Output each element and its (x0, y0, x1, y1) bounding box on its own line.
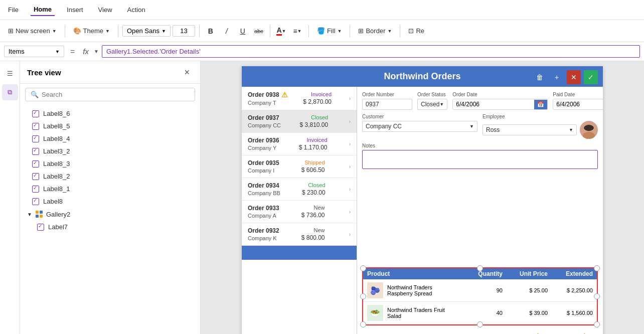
svg-rect-2 (36, 215, 39, 218)
list-item-0933[interactable]: Order 0933 Company A New $ 736.00 › (242, 201, 357, 223)
new-screen-icon: ⊞ (8, 27, 14, 35)
list-order-0937: Order 0937 (248, 114, 281, 121)
resize-handle-tr[interactable] (594, 265, 600, 271)
resize-handle-tl[interactable] (360, 265, 366, 271)
list-status-0936: Invoiced (307, 137, 328, 143)
tree-item-label8-4[interactable]: Label8_4 (20, 132, 200, 145)
resize-handle-lm[interactable] (360, 293, 366, 299)
list-status-0935: Shipped (304, 159, 325, 165)
resize-handle-rm[interactable] (594, 293, 600, 299)
hamburger-menu-button[interactable]: ☰ (2, 65, 18, 81)
border-button[interactable]: ⊞ Border ▼ (354, 25, 396, 37)
customer-select[interactable]: Company CC ▼ (362, 121, 477, 132)
list-order-0936: Order 0936 (248, 137, 279, 144)
reorder-button[interactable]: ⊡ Re (404, 25, 428, 37)
separator-2 (118, 25, 118, 37)
resize-handle-bl[interactable] (360, 321, 366, 327)
list-chevron-0935: › (349, 164, 351, 170)
items-label: Items (9, 48, 25, 55)
col-unit-price-header: Unit Price (503, 270, 548, 277)
tree-item-label8-6[interactable]: Label8_6 (20, 107, 200, 120)
list-item-0937[interactable]: Order 0937 Company CC Closed $ 3,810.00 … (242, 110, 357, 133)
resize-handle-tm[interactable] (477, 265, 483, 271)
tree-item-label8[interactable]: Label8 (20, 195, 200, 208)
tree-panel: Tree view ✕ 🔍 Label8_6 Label8_5 Label8_4 (20, 61, 201, 334)
employee-select[interactable]: Ross ▼ (482, 124, 577, 135)
list-amount-0932: $ 800.00 (301, 234, 325, 241)
new-screen-button[interactable]: ⊞ New screen ▼ (4, 25, 61, 37)
list-right-0936: Invoiced $ 1,170.00 (299, 137, 328, 151)
order-status-chevron: ▼ (439, 102, 444, 107)
list-right-0932: New $ 800.00 (301, 227, 325, 241)
align-button[interactable]: ≡ ▼ (290, 24, 304, 38)
order-number-input[interactable]: 0937 (362, 99, 412, 110)
trash-button[interactable]: 🗑 (533, 70, 547, 84)
label8-1-icon (32, 186, 39, 193)
list-company-0934: Company BB (248, 190, 280, 196)
order-date-value[interactable] (453, 99, 534, 109)
order-date-calendar-button[interactable]: 📅 (534, 100, 547, 109)
employee-field: Employee Ross ▼ (482, 114, 598, 139)
italic-button[interactable]: / (220, 24, 234, 38)
tree-item-label7[interactable]: Label7 (20, 221, 200, 233)
order-date-label: Order Date (452, 92, 548, 97)
hamburger-icon: ☰ (7, 70, 13, 77)
order-date-input[interactable]: 📅 (452, 99, 548, 110)
tree-item-label8-3[interactable]: Label8_3 (20, 157, 200, 170)
list-item-0934[interactable]: Order 0934 Company BB Closed $ 230.00 › (242, 178, 357, 201)
underline-button[interactable]: U (236, 24, 250, 38)
fill-button[interactable]: 🪣 Fill ▼ (313, 25, 346, 37)
close-button[interactable]: ✕ (567, 70, 581, 84)
menu-file[interactable]: File (5, 4, 22, 16)
font-color-button[interactable]: A ▼ (274, 24, 288, 38)
check-button[interactable]: ✓ (584, 70, 598, 84)
list-item-0936[interactable]: Order 0936 Company Y Invoiced $ 1,170.00… (242, 133, 357, 155)
list-item-0935[interactable]: Order 0935 Company I Shipped $ 606.50 › (242, 155, 357, 178)
formula-input[interactable] (102, 45, 640, 58)
tree-item-label8-1[interactable]: Label8_1 (20, 183, 200, 195)
notes-textarea[interactable] (362, 150, 598, 169)
tree-item-label8-2[interactable]: Label8_2 (20, 170, 200, 183)
separator-6 (350, 25, 350, 37)
strikethrough-button[interactable]: abc (252, 24, 266, 38)
list-bottom-bar (242, 246, 357, 260)
search-input[interactable] (42, 91, 190, 98)
fill-icon: 🪣 (317, 27, 325, 35)
paid-date-value[interactable] (553, 99, 603, 109)
new-screen-chevron: ▼ (52, 29, 57, 34)
add-button[interactable]: + (550, 70, 564, 84)
label8-3-text: Label8_3 (43, 160, 70, 168)
font-name-dropdown[interactable]: Open Sans ▼ (122, 25, 171, 37)
menu-insert[interactable]: Insert (64, 4, 86, 16)
border-label: Border (366, 27, 385, 35)
tree-item-label8-5[interactable]: Label8_5 (20, 120, 200, 132)
menu-home[interactable]: Home (31, 4, 55, 16)
label8-2-icon (32, 173, 39, 180)
paid-date-input[interactable]: 📅 (553, 99, 603, 110)
items-dropdown[interactable]: Items ▼ (4, 46, 64, 57)
list-left-0933: Order 0933 Company A (248, 205, 279, 219)
list-right-0935: Shipped $ 606.50 (301, 159, 325, 174)
list-item-0938[interactable]: Order 0938 ⚠ Company T Invoiced $ 2,870.… (242, 87, 357, 110)
label8-5-icon (32, 123, 39, 130)
label8-6-icon (32, 110, 39, 117)
app-detail-panel: Order Number 0937 Order Status Closed ▼ (357, 87, 603, 334)
label8-2-text: Label8_2 (43, 173, 70, 180)
reorder-icon: ⊡ (408, 27, 414, 35)
tree-close-button[interactable]: ✕ (181, 66, 193, 78)
layers-button[interactable]: ⧉ (2, 84, 18, 100)
font-size-input[interactable] (173, 25, 195, 37)
tree-item-label3-2[interactable]: Label3_2 (20, 145, 200, 157)
list-status-0932: New (314, 227, 325, 233)
list-chevron-0938: › (349, 96, 351, 101)
theme-button[interactable]: 🎨 Theme ▼ (69, 25, 114, 37)
list-item-0932[interactable]: Order 0932 Company K New $ 800.00 › (242, 223, 357, 246)
bold-button[interactable]: B (204, 24, 218, 38)
order-row-0[interactable]: 🫐 Northwind Traders Raspberry Spread 90 … (363, 279, 597, 302)
order-status-select[interactable]: Closed ▼ (417, 99, 447, 110)
tree-item-gallery2[interactable]: ▼ Gallery2 (20, 208, 200, 221)
menu-view[interactable]: View (95, 4, 115, 16)
menu-action[interactable]: Action (124, 4, 148, 16)
resize-handle-br[interactable] (594, 321, 600, 327)
resize-handle-bm[interactable] (477, 321, 483, 327)
